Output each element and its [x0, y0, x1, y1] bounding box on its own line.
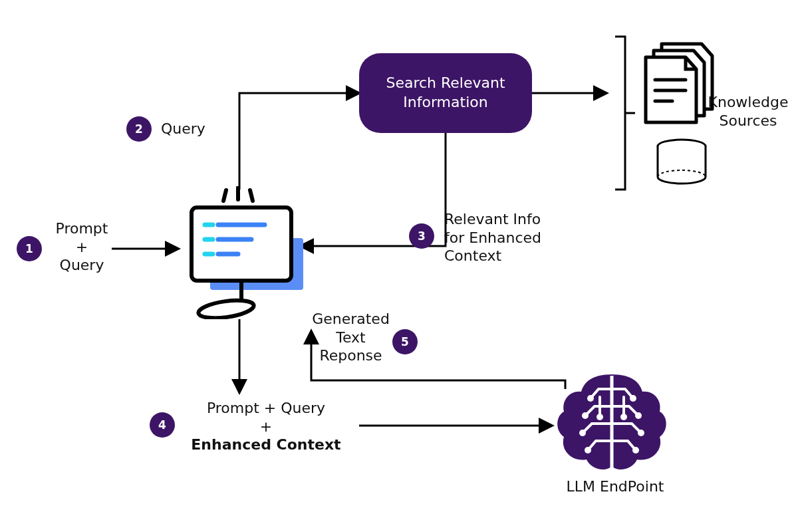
search-box-label: Search Relevant Information	[370, 74, 521, 112]
svg-line-4	[223, 190, 226, 201]
search-relevant-info-node: Search Relevant Information	[359, 53, 532, 133]
svg-point-25	[585, 447, 591, 454]
svg-line-6	[250, 190, 253, 201]
step-2-badge: 2	[126, 116, 152, 142]
svg-point-23	[582, 412, 589, 419]
database-icon	[655, 138, 708, 186]
svg-point-29	[638, 430, 644, 436]
step-3-label: Relevant Info for Enhanced Context	[444, 210, 551, 265]
step-4-number: 4	[158, 418, 166, 432]
step-5-number: 5	[401, 335, 409, 348]
step-4-label: Prompt + Query + Enhanced Context	[186, 399, 346, 454]
svg-point-16	[198, 297, 255, 319]
llm-endpoint-label: LLM EndPoint	[565, 477, 665, 496]
step-3-number: 3	[418, 229, 426, 243]
svg-point-26	[597, 414, 603, 420]
svg-point-28	[635, 412, 642, 419]
step-5-label: Generated Text Reponse	[309, 310, 392, 365]
step-1-number: 1	[25, 242, 33, 255]
step-2-number: 2	[135, 122, 143, 136]
svg-point-22	[587, 395, 594, 402]
svg-point-31	[620, 414, 627, 420]
step-4-badge: 4	[150, 412, 175, 438]
brain-circuit-icon	[552, 369, 672, 475]
step-2-label: Query	[161, 120, 205, 138]
step-3-badge: 3	[409, 223, 434, 249]
computer-icon	[180, 186, 306, 319]
step-1-label: Prompt + Query	[52, 219, 112, 275]
knowledge-sources-label: Knowledge Sources	[705, 93, 791, 130]
svg-point-27	[630, 395, 636, 402]
step-1-badge: 1	[17, 236, 42, 261]
svg-point-30	[632, 447, 639, 454]
step-5-badge: 5	[392, 329, 418, 354]
svg-point-24	[579, 430, 586, 436]
rag-architecture-diagram: { "diagram": { "steps": { "s1": { "num":…	[0, 0, 798, 532]
svg-rect-8	[192, 207, 291, 281]
